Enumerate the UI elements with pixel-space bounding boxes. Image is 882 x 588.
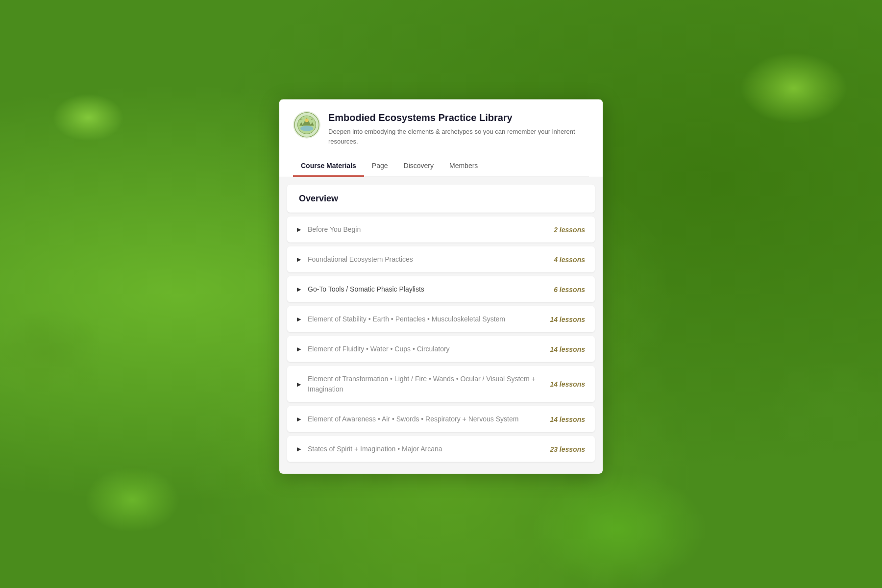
overview-title: Overview	[299, 194, 338, 203]
tab-discovery[interactable]: Discovery	[396, 156, 441, 177]
section-title: Element of Transformation • Light / Fire…	[308, 374, 543, 394]
section-item[interactable]: ▶ Before You Begin 2 lessons	[287, 217, 595, 243]
section-item[interactable]: ▶ States of Spirit + Imagination • Major…	[287, 436, 595, 462]
section-item[interactable]: ▶ Go-To Tools / Somatic Phasic Playlists…	[287, 276, 595, 302]
lessons-badge: 14 lessons	[550, 315, 585, 323]
section-title: Element of Fluidity • Water • Cups • Cir…	[308, 344, 543, 354]
section-item[interactable]: ▶ Element of Stability • Earth • Pentacl…	[287, 306, 595, 332]
svg-point-6	[305, 119, 308, 122]
section-title: Element of Awareness • Air • Swords • Re…	[308, 414, 543, 424]
svg-point-5	[300, 126, 313, 131]
section-title: Foundational Ecosystem Practices	[308, 254, 547, 265]
section-item[interactable]: ▶ Element of Transformation • Light / Fi…	[287, 366, 595, 402]
content-area: Overview ▶ Before You Begin 2 lessons ▶ …	[279, 177, 603, 474]
header-title: Embodied Ecosystems Practice Library	[328, 111, 589, 124]
chevron-icon: ▶	[297, 381, 301, 387]
header-subtitle: Deepen into embodying the elements & arc…	[328, 127, 589, 146]
header-text: Embodied Ecosystems Practice Library Dee…	[328, 111, 589, 146]
tab-page[interactable]: Page	[364, 156, 396, 177]
chevron-icon: ▶	[297, 317, 301, 322]
chevron-icon: ▶	[297, 446, 301, 452]
logo	[293, 111, 320, 139]
chevron-icon: ▶	[297, 416, 301, 422]
section-title: Go-To Tools / Somatic Phasic Playlists	[308, 284, 547, 294]
chevron-icon: ▶	[297, 257, 301, 262]
lessons-badge: 14 lessons	[550, 415, 585, 423]
section-item[interactable]: ▶ Element of Fluidity • Water • Cups • C…	[287, 336, 595, 362]
section-title: Element of Stability • Earth • Pentacles…	[308, 314, 543, 324]
section-title: Before You Begin	[308, 224, 547, 235]
overview-card: Overview	[287, 185, 595, 213]
chevron-icon: ▶	[297, 287, 301, 292]
main-panel: Embodied Ecosystems Practice Library Dee…	[279, 99, 603, 474]
tab-members[interactable]: Members	[441, 156, 486, 177]
section-item[interactable]: ▶ Foundational Ecosystem Practices 4 les…	[287, 246, 595, 272]
lessons-badge: 6 lessons	[554, 285, 585, 293]
section-title: States of Spirit + Imagination • Major A…	[308, 444, 543, 454]
tab-course-materials[interactable]: Course Materials	[293, 156, 364, 177]
nav-tabs: Course Materials Page Discovery Members	[293, 156, 589, 177]
section-item[interactable]: ▶ Element of Awareness • Air • Swords • …	[287, 406, 595, 432]
lessons-badge: 14 lessons	[550, 380, 585, 388]
lessons-badge: 23 lessons	[550, 445, 585, 453]
chevron-icon: ▶	[297, 227, 301, 232]
header: Embodied Ecosystems Practice Library Dee…	[279, 99, 603, 177]
chevron-icon: ▶	[297, 346, 301, 352]
lessons-badge: 14 lessons	[550, 345, 585, 353]
lessons-badge: 2 lessons	[554, 225, 585, 233]
header-top: Embodied Ecosystems Practice Library Dee…	[293, 111, 589, 146]
lessons-badge: 4 lessons	[554, 255, 585, 263]
